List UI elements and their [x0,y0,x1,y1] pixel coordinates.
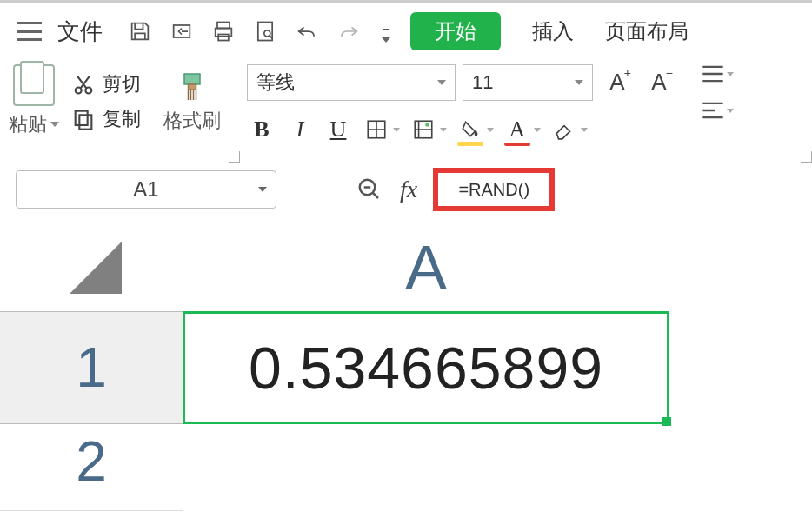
formula-input[interactable]: =RAND() [433,168,555,211]
font-group: 等线 11 A+ A− B I U [240,59,692,163]
copy-button[interactable]: 复制 [71,106,141,132]
alignment-group [692,59,742,163]
svg-point-14 [425,123,429,126]
save-icon[interactable] [127,18,153,44]
file-menu[interactable]: 文件 [57,17,103,47]
increase-font-button[interactable]: A+ [600,64,635,99]
vertical-align-button[interactable] [701,64,734,83]
horizontal-align-button[interactable] [701,101,734,120]
svg-rect-10 [184,74,200,84]
font-color-button[interactable]: A [503,115,541,144]
tab-insert[interactable]: 插入 [532,17,574,45]
svg-rect-11 [189,84,196,90]
tab-page-layout[interactable]: 页面布局 [605,17,689,45]
format-painter-button[interactable]: 格式刷 [163,108,221,134]
fill-color-button[interactable] [456,115,494,144]
clipboard-group: 粘贴 剪切 复制 格式刷 [0,59,240,163]
top-toolbar: 文件 – 开始 插入 页面布局 [0,0,812,59]
svg-rect-9 [79,115,91,129]
format-painter-icon[interactable] [176,71,208,103]
column-header-a[interactable]: A [183,224,669,311]
collapse-formula-icon[interactable] [356,176,383,203]
quickaccess-overflow[interactable]: – [377,21,395,43]
font-size-dropdown[interactable]: 11 [463,64,593,101]
cut-button[interactable]: 剪切 [71,71,141,97]
select-all-corner[interactable] [70,242,122,294]
ribbon: 粘贴 剪切 复制 格式刷 [0,59,812,163]
name-box[interactable]: A1 [16,170,276,209]
open-icon[interactable] [169,18,195,44]
svg-rect-3 [218,35,229,41]
fill-effects-button[interactable] [409,115,447,144]
print-icon[interactable] [210,18,236,44]
fx-icon[interactable]: fx [400,176,417,203]
formula-bar: A1 fx =RAND() [0,163,812,216]
svg-rect-8 [76,111,88,125]
preview-icon[interactable] [252,18,278,44]
svg-rect-1 [217,23,230,29]
bold-button[interactable]: B [247,115,276,144]
cell-a1[interactable]: 0.534665899 [183,311,669,424]
row-header-2[interactable]: 2 [0,424,183,511]
borders-button[interactable] [362,115,400,144]
row-header-1[interactable]: 1 [0,311,183,424]
redo-icon[interactable] [336,18,362,44]
eraser-button[interactable] [549,115,588,144]
tab-start[interactable]: 开始 [410,12,501,50]
undo-icon[interactable] [294,18,320,44]
menu-icon[interactable] [17,22,42,41]
underline-button[interactable]: U [323,115,353,144]
decrease-font-button[interactable]: A− [642,64,676,99]
paste-icon[interactable] [13,64,55,106]
paste-button[interactable]: 粘贴 [9,111,59,137]
font-name-dropdown[interactable]: 等线 [247,64,456,101]
italic-button[interactable]: I [285,115,315,144]
